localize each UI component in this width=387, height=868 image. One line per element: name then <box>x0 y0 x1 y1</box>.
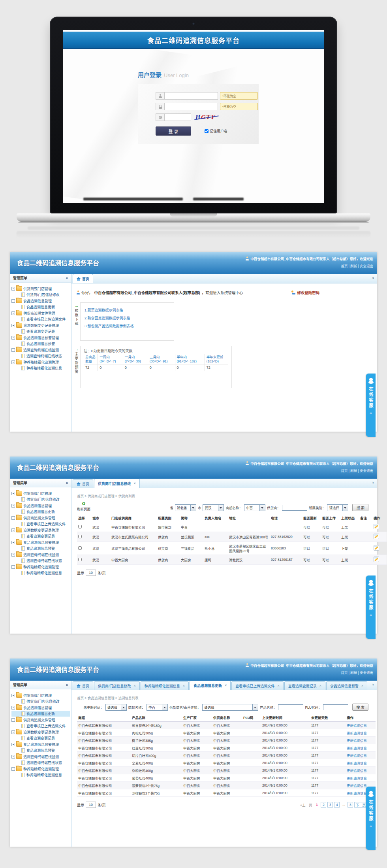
sidebar-item[interactable]: 追溯查询终端在线状态 <box>11 558 70 564</box>
next-page-button[interactable]: 下一页 <box>354 802 367 808</box>
tab-item[interactable]: 查看追溯变更记录× <box>284 681 325 690</box>
refresh-button[interactable]: ♻ 刷新页面 <box>77 502 90 511</box>
tab-close-icon[interactable]: × <box>361 684 363 688</box>
username-input[interactable] <box>164 92 218 100</box>
expand-icon[interactable] <box>11 324 15 327</box>
sidebar-group[interactable]: 种养殖精细化追溯管理 <box>11 564 70 570</box>
sidebar-item[interactable]: 食品追溯信息更新 <box>11 711 70 717</box>
edit-icon[interactable] <box>374 557 379 562</box>
sidebar-item[interactable]: 查看审核已上传追溯文件 <box>11 521 70 527</box>
expand-icon[interactable] <box>11 336 15 340</box>
sidebar-item[interactable]: 查看追溯变更记录 <box>11 533 70 539</box>
tab-item[interactable]: 供货商/门店信息修改× <box>94 681 140 690</box>
expand-icon[interactable] <box>11 706 15 709</box>
expand-icon[interactable] <box>11 299 15 303</box>
edit-icon[interactable] <box>374 534 379 539</box>
filter-select[interactable]: 武汉 <box>203 504 224 511</box>
header-nav-links[interactable]: 首页 | 刷新 | 安全退出 <box>245 670 373 675</box>
page-button[interactable]: 4 <box>334 802 340 808</box>
sidebar-group[interactable]: 供货商追溯文件管理 <box>11 515 70 521</box>
filter-select[interactable]: 请选择 <box>202 704 258 711</box>
sidebar-group[interactable]: 供货商或门店管理 <box>11 285 70 292</box>
tab-item[interactable]: 供货商/门店信息修改× <box>94 479 140 488</box>
expand-icon[interactable] <box>11 718 15 722</box>
template-link[interactable]: 1.蔬菜追溯数据示例表格 <box>85 308 170 313</box>
sidebar-group[interactable]: 食品追溯信息管理 <box>11 298 70 304</box>
previous-page-button[interactable]: «上一页 <box>300 802 312 807</box>
captcha-image[interactable]: HGTY <box>195 113 219 121</box>
expand-icon[interactable] <box>11 360 15 364</box>
page-size-input[interactable]: 10 <box>86 802 96 808</box>
header-nav-links[interactable]: 首页 | 刷新 | 安全退出 <box>245 468 373 473</box>
tab-close-icon[interactable]: × <box>319 684 321 688</box>
search-button[interactable]: 搜 索 <box>352 704 368 711</box>
sidebar-group[interactable]: 食品追溯信息管理 <box>11 704 70 711</box>
sidebar-group[interactable]: 追溯查询终端在线监测 <box>11 347 70 353</box>
tab-close-icon[interactable]: × <box>134 481 136 485</box>
expand-icon[interactable] <box>11 565 15 569</box>
expand-icon[interactable] <box>11 287 15 291</box>
sidebar-group[interactable]: 供货商追溯文件管理 <box>11 310 70 316</box>
remember-username-checkbox[interactable] <box>205 129 209 133</box>
sidebar-group[interactable]: 食品追溯信息管理 <box>11 502 70 509</box>
sidebar-item[interactable]: 追溯查询终端在线状态 <box>11 353 70 359</box>
tab-item[interactable]: 查看审核已上传追溯文件× <box>231 681 283 690</box>
page-button[interactable]: 2 <box>321 802 326 808</box>
sidebar-collapse-icon[interactable]: « <box>66 683 68 687</box>
captcha-input[interactable] <box>164 113 191 121</box>
login-button[interactable]: 登 录 <box>156 126 191 136</box>
expand-icon[interactable] <box>11 504 15 508</box>
update-trace-link[interactable]: 更新追溯信息 <box>347 784 367 788</box>
expand-icon[interactable] <box>11 755 15 759</box>
tab-close-icon[interactable]: × <box>277 684 279 688</box>
update-trace-link[interactable]: 更新追溯信息 <box>347 791 367 795</box>
sidebar-item[interactable]: 供货商/门店信息修改 <box>11 496 70 502</box>
page-button[interactable]: 3 <box>327 802 333 808</box>
expand-icon[interactable] <box>11 311 15 315</box>
tabbar-collapse-icon[interactable]: » <box>371 683 375 685</box>
filter-select[interactable]: 中百 <box>244 504 265 511</box>
sidebar-item[interactable]: 供货商/门店信息修改 <box>11 292 70 298</box>
template-download-strip[interactable]: → 模板下载 <box>73 302 80 341</box>
row-checkbox[interactable] <box>78 558 82 561</box>
sidebar-group[interactable]: 追溯查询终端在线监测 <box>11 551 70 558</box>
sidebar-group[interactable]: 供货商或门店管理 <box>11 692 70 698</box>
expand-icon[interactable] <box>11 348 15 352</box>
sidebar-collapse-icon[interactable]: « <box>66 276 68 280</box>
page-button[interactable]: 8 <box>348 802 353 808</box>
tab-item[interactable]: 食品追溯信息更新× <box>190 681 231 690</box>
row-checkbox[interactable] <box>78 535 82 538</box>
expand-icon[interactable] <box>11 541 15 544</box>
header-nav-links[interactable]: 首页 | 刷新 | 安全退出 <box>245 263 373 268</box>
filter-input[interactable] <box>282 505 307 511</box>
filter-select[interactable]: 中百 <box>147 704 168 711</box>
update-trace-link[interactable]: 更新追溯信息 <box>347 731 367 735</box>
update-trace-link[interactable]: 更新追溯信息 <box>347 776 367 780</box>
sidebar-item[interactable]: 食品追溯信息预警 <box>11 747 70 753</box>
expand-icon[interactable] <box>11 730 15 734</box>
filter-select[interactable]: 请选择 <box>327 504 348 511</box>
online-service-tab[interactable]: 在线客服 « <box>366 374 376 437</box>
update-trace-link[interactable]: 更新追溯信息 <box>347 724 367 728</box>
tab-item[interactable]: 首页 <box>73 479 93 488</box>
sidebar-group[interactable]: 供货商追溯文件管理 <box>11 717 70 723</box>
expand-icon[interactable] <box>11 516 15 520</box>
tab-item[interactable]: 种养殖精细化追溯信息× <box>141 681 189 690</box>
edit-icon[interactable] <box>374 524 379 529</box>
tab-close-icon[interactable]: × <box>134 684 136 688</box>
sidebar-item[interactable]: 食品追溯信息更新 <box>11 304 70 310</box>
update-trace-link[interactable]: 更新追溯信息 <box>347 761 367 765</box>
sidebar-item[interactable]: 查看审核已上传追溯文件 <box>11 316 70 322</box>
update-trace-link[interactable]: 更新追溯信息 <box>347 754 367 758</box>
sidebar-group[interactable]: 追溯数据变更记录管理 <box>11 322 70 328</box>
sidebar-collapse-icon[interactable]: « <box>66 481 68 485</box>
edit-icon[interactable] <box>374 545 379 551</box>
row-checkbox[interactable] <box>78 525 82 528</box>
sidebar-item[interactable]: 查看追溯变更记录 <box>11 328 70 334</box>
filter-select[interactable]: 湖北省 <box>175 504 196 511</box>
tab-item[interactable]: 首页 <box>73 681 93 690</box>
update-trace-link[interactable]: 更新追溯信息 <box>347 739 367 743</box>
filter-select[interactable]: 请选择 <box>105 704 127 711</box>
tab-close-icon[interactable]: × <box>183 684 185 688</box>
filter-input[interactable] <box>323 704 348 710</box>
